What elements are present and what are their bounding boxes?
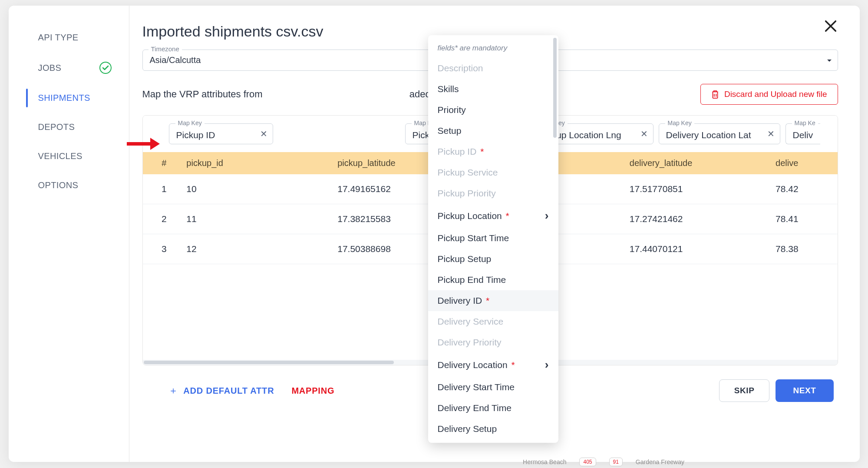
dropdown-item[interactable]: Setup <box>428 120 558 141</box>
mapkey-label: Map Ke <box>792 119 818 126</box>
sidebar-item-jobs[interactable]: JOBS <box>9 52 129 83</box>
check-circle-icon <box>99 62 112 74</box>
dropdown-item-label: Description <box>438 63 483 73</box>
dropdown-item-label: Delivery ID * <box>438 295 490 306</box>
scrollbar-thumb[interactable] <box>144 361 394 364</box>
main-content: Imported shipments csv.csv Timezone Asia… <box>129 6 860 462</box>
discard-label: Discard and Upload new file <box>724 90 827 99</box>
dropdown-item[interactable]: Delivery Location *› <box>428 353 558 377</box>
table-cell: 78.38 <box>767 234 837 264</box>
dropdown-item: Pickup ID * <box>428 141 558 162</box>
table-header-cell: pickup_id <box>178 152 329 174</box>
sidebar-item-label: SHIPMENTS <box>38 93 90 103</box>
sidebar-item-label: API TYPE <box>38 33 79 43</box>
sidebar-item-vehicles[interactable]: VEHICLES <box>9 142 129 171</box>
dropdown-item[interactable]: Delivery Setup <box>428 418 558 439</box>
dropdown-item: Delivery Priority <box>428 332 558 353</box>
dropdown-list: DescriptionSkillsPrioritySetupPickup ID … <box>428 58 558 439</box>
dropdown-item-label: Pickup ID * <box>438 146 484 157</box>
footer-left: ＋ ADD DEFAULT ATTR MAPPING <box>168 384 335 397</box>
dropdown-item[interactable]: Delivery ID * <box>428 290 558 311</box>
dropdown-item-label: Delivery Start Time <box>438 382 515 392</box>
annotation-arrow <box>126 136 161 153</box>
dropdown-item-label: Delivery Priority <box>438 337 502 348</box>
dropdown-item[interactable]: Skills <box>428 79 558 100</box>
sidebar-item-shipments[interactable]: SHIPMENTS <box>9 83 129 113</box>
mapkey-value: Delivery Location Lat <box>666 130 761 140</box>
add-default-attr-button[interactable]: ＋ ADD DEFAULT ATTR <box>168 384 274 397</box>
dropdown-item[interactable]: Delivery Start Time <box>428 377 558 398</box>
table-cell: 2 <box>143 204 178 234</box>
table-header-cell: # <box>143 152 178 174</box>
arrow-right-icon <box>126 136 161 152</box>
timezone-label: Timezone <box>149 45 182 53</box>
clear-icon[interactable]: ✕ <box>640 129 648 139</box>
sidebar-item-api-type[interactable]: API TYPE <box>9 23 129 52</box>
dropdown-item-label: Skills <box>438 84 459 94</box>
dropdown-item: Delivery Service <box>428 311 558 332</box>
dropdown-item-label: Pickup Setup <box>438 254 492 264</box>
dropdown-item[interactable]: Pickup Setup <box>428 249 558 269</box>
chevron-right-icon: › <box>545 358 549 372</box>
close-button[interactable] <box>823 19 838 35</box>
plus-icon: ＋ <box>168 384 178 397</box>
table-cell: 11 <box>178 204 329 234</box>
discard-upload-button[interactable]: Discard and Upload new file <box>700 84 838 105</box>
table-cell: 78.42 <box>767 174 837 204</box>
table-cell: 1 <box>143 174 178 204</box>
dropdown-item-label: Delivery End Time <box>438 403 512 413</box>
sidebar-item-options[interactable]: OPTIONS <box>9 171 129 200</box>
dropdown-item-label: Pickup Service <box>438 167 498 178</box>
mapkey-pickup-id[interactable]: Map KeyPickup ID✕ <box>169 123 273 144</box>
dropdown-item-label: Priority <box>438 105 466 115</box>
table-cell: 12 <box>178 234 329 264</box>
mapkey-value: Pickup ID <box>176 130 254 140</box>
dropdown-item-label: Delivery Location * <box>438 360 515 370</box>
dropdown-mandatory-note: fields* are mandatory <box>428 41 558 58</box>
modal-dialog: API TYPEJOBSSHIPMENTSDEPOTSVEHICLESOPTIO… <box>9 6 860 462</box>
sidebar-item-label: VEHICLES <box>38 151 83 161</box>
sidebar-item-label: DEPOTS <box>38 122 75 132</box>
skip-button[interactable]: SKIP <box>719 379 770 402</box>
table-header-cell: delivery_latitude <box>621 152 767 174</box>
mapkey-label: Map Key <box>175 119 205 126</box>
dropdown-item[interactable]: Pickup Start Time <box>428 228 558 249</box>
dropdown-item-label: Pickup End Time <box>438 275 506 285</box>
mapkey-partial[interactable]: Map KeDeliv <box>785 123 820 144</box>
chevron-right-icon: › <box>545 209 549 222</box>
sidebar-item-depots[interactable]: DEPOTS <box>9 113 129 142</box>
table-cell: 17.27421462 <box>621 204 767 234</box>
dropdown-item[interactable]: Priority <box>428 100 558 120</box>
dropdown-scrollbar[interactable] <box>553 38 557 138</box>
dropdown-item-label: Setup <box>438 126 462 136</box>
dropdown-item: Pickup Priority <box>428 183 558 204</box>
instruction-prefix: Map the VRP attributes from <box>142 89 263 100</box>
next-button[interactable]: NEXT <box>776 379 833 402</box>
dropdown-item: Description <box>428 58 558 79</box>
close-icon <box>823 19 838 33</box>
sidebar: API TYPEJOBSSHIPMENTSDEPOTSVEHICLESOPTIO… <box>9 6 129 462</box>
dropdown-item-label: Delivery Service <box>438 316 504 327</box>
mapkey-dropdown[interactable]: fields* are mandatory DescriptionSkillsP… <box>428 35 558 443</box>
dropdown-item[interactable]: Delivery End Time <box>428 398 558 418</box>
mapping-text: MAPPING <box>291 386 334 396</box>
clear-icon[interactable]: ✕ <box>260 129 267 139</box>
dropdown-item-label: Delivery Setup <box>438 424 497 434</box>
table-header-cell: delive <box>767 152 837 174</box>
sidebar-item-label: JOBS <box>38 63 62 73</box>
dropdown-item[interactable]: Pickup End Time <box>428 269 558 290</box>
dropdown-item-label: Pickup Start Time <box>438 233 509 243</box>
dropdown-item-label: Pickup Priority <box>438 188 496 199</box>
table-cell: 78.41 <box>767 204 837 234</box>
mapkey-delivery-lat[interactable]: Map KeyDelivery Location Lat✕ <box>659 123 780 144</box>
dropdown-item[interactable]: Pickup Location *› <box>428 204 558 228</box>
table-cell: 3 <box>143 234 178 264</box>
mapkey-label: Map Key <box>665 119 694 126</box>
add-attr-label: ADD DEFAULT ATTR <box>183 386 274 396</box>
footer-right: SKIP NEXT <box>719 379 834 402</box>
table-cell: 10 <box>178 174 329 204</box>
table-cell: 17.44070121 <box>621 234 767 264</box>
mapkey-value: Deliv <box>793 130 816 140</box>
clear-icon[interactable]: ✕ <box>767 129 775 139</box>
trash-icon <box>711 90 719 99</box>
